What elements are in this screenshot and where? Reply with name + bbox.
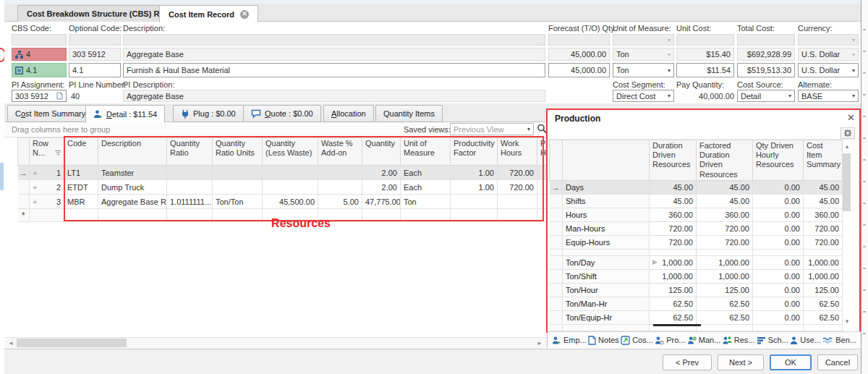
production-value-cell[interactable]: 62.50 <box>650 310 697 324</box>
col-productivity-factor[interactable]: Productivity Factor <box>451 138 498 166</box>
production-value-cell[interactable]: 0.00 <box>753 235 804 249</box>
detail-grid-cell[interactable]: 720.00 <box>498 180 537 195</box>
production-value-cell[interactable]: 45.00 <box>650 194 697 208</box>
col-unit-of-measure[interactable]: Unit of Measure <box>401 138 451 166</box>
detail-grid-cell[interactable] <box>213 180 263 195</box>
detail-grid-cell[interactable]: Ton <box>401 195 451 209</box>
row-expander-icon[interactable]: + <box>33 169 37 177</box>
production-value-cell[interactable]: 1,000.00 <box>650 269 697 283</box>
production-row[interactable]: Ton/Shift1,000.001,000.000.001,000.00 <box>550 269 843 283</box>
tab-schedule[interactable]: Sch... <box>757 336 788 344</box>
production-value-cell[interactable] <box>804 249 843 255</box>
production-value-cell[interactable]: 1,000.00 <box>697 269 753 283</box>
scroll-right-icon[interactable]: ▸ <box>535 339 544 348</box>
production-row[interactable]: Man-Hours720.00720.000.00720.00 <box>550 221 843 235</box>
tab-detail[interactable]: Detail : $11.54 <box>85 105 165 123</box>
production-value-cell[interactable]: 45.00 <box>697 180 753 194</box>
production-value-cell[interactable]: 62.50 <box>697 310 753 324</box>
production-value-cell[interactable]: 0.00 <box>753 255 804 269</box>
detail-grid-cell[interactable] <box>64 209 98 222</box>
production-value-cell[interactable]: 62.50 <box>804 297 843 310</box>
production-value-cell[interactable]: 360.00 <box>650 208 697 221</box>
prev-button[interactable]: < Prev <box>663 354 712 370</box>
col-row-number[interactable]: Row N... <box>30 138 64 166</box>
production-value-cell[interactable] <box>697 249 753 255</box>
production-value-cell[interactable]: 45.00 <box>804 194 843 208</box>
production-value-cell[interactable] <box>753 249 804 255</box>
row-expander-icon[interactable]: + <box>33 197 37 206</box>
next-button[interactable]: Next > <box>718 354 764 370</box>
tab-cost[interactable]: Cos... <box>621 336 653 345</box>
production-value-cell[interactable]: 720.00 <box>804 235 843 249</box>
production-value-cell[interactable]: 125.00 <box>650 283 697 297</box>
detail-grid-cell[interactable]: 720.00 <box>498 166 537 180</box>
detail-grid-cell[interactable]: 1.00 <box>451 180 498 195</box>
detail-grid-row[interactable]: →+1LT1Teamster2.00Each1.00720.00 <box>18 166 549 180</box>
tab-allocation[interactable]: Allocation <box>323 105 374 122</box>
production-value-cell[interactable]: 720.00 <box>650 221 697 235</box>
child-unit-cost-field[interactable]: $11.54 <box>676 63 734 77</box>
production-value-cell[interactable] <box>650 249 697 255</box>
production-value-cell[interactable]: 0.00 <box>753 283 804 297</box>
vscroll-thumb[interactable] <box>843 153 851 211</box>
production-value-cell[interactable]: 62.50 <box>697 297 753 310</box>
production-value-cell[interactable] <box>804 324 843 331</box>
production-value-cell[interactable]: 62.50 <box>804 310 843 324</box>
detail-grid-cell[interactable] <box>98 209 167 222</box>
tab-quote[interactable]: Quote : $0.00 <box>243 105 321 122</box>
child-uom-dropdown[interactable]: Ton▾ <box>613 63 674 77</box>
detail-grid-cell[interactable]: 2.00 <box>362 180 401 195</box>
close-panel-icon[interactable]: ✕ <box>847 112 855 123</box>
row-number-cell[interactable]: +1 <box>30 166 64 180</box>
detail-grid-row[interactable]: +3MBRAggregate Base Rock1.0111111...Ton/… <box>18 195 549 209</box>
row-number-cell[interactable]: +3 <box>30 195 64 209</box>
col-quantity-ratio[interactable]: Quantity Ratio <box>167 138 213 166</box>
production-value-cell[interactable]: 0.00 <box>753 194 804 208</box>
tab-benchmark[interactable]: Ben... <box>822 336 856 344</box>
col-work-hours[interactable]: Work Hours <box>498 138 537 166</box>
tab-quantity-items[interactable]: Quantity Items <box>375 105 443 122</box>
detail-grid-hscrollbar[interactable]: ◂ ▸ <box>5 337 547 349</box>
production-value-cell[interactable]: 62.50 <box>650 297 697 310</box>
tab-production[interactable]: Pro... <box>655 336 685 345</box>
detail-grid-cell[interactable] <box>167 209 213 222</box>
detail-grid-cell[interactable] <box>167 180 213 195</box>
detail-grid-cell[interactable]: Each <box>401 166 451 180</box>
child-currency-dropdown[interactable]: U.S. Dollar▾ <box>798 63 859 77</box>
detail-grid-cell[interactable]: LT1 <box>64 166 98 180</box>
child-forecast-qty-input[interactable]: 45,000.00 <box>548 63 610 77</box>
child-total-cost-field[interactable]: $519,513.30 <box>737 63 795 77</box>
detail-grid-cell[interactable]: 47,775.00 <box>362 195 401 209</box>
production-value-cell[interactable]: 125.00 <box>804 283 843 297</box>
tab-manage[interactable]: Man... <box>687 336 721 345</box>
search-icon[interactable] <box>537 123 547 135</box>
production-value-cell[interactable]: 1,000.00 <box>804 255 843 269</box>
col-code[interactable]: Code <box>64 138 98 166</box>
production-value-cell[interactable]: 360.00 <box>804 208 843 221</box>
detail-grid-cell[interactable] <box>213 166 263 180</box>
scroll-up-icon[interactable]: ▴ <box>843 142 851 151</box>
detail-grid-cell[interactable]: Each <box>401 180 451 195</box>
col-factored-duration[interactable]: Factored Duration Driven Resources <box>697 140 753 181</box>
detail-grid-row[interactable]: +2ETDTDump Truck2.00Each1.00720.00 <box>18 180 549 195</box>
tab-user[interactable]: Use... <box>790 336 821 345</box>
tab-cost-item-summary[interactable]: Cost Item Summary <box>7 105 93 122</box>
production-row[interactable]: →Days45.0045.000.0045.00 <box>550 180 843 194</box>
production-row[interactable]: Ton/Day▶1,000.001,000.000.001,000.00 <box>550 255 843 269</box>
col-cost-item-summary[interactable]: Cost Item Summary <box>804 140 843 181</box>
production-hscroll-thumb[interactable] <box>653 324 701 326</box>
production-value-cell[interactable]: 720.00 <box>697 221 753 235</box>
group-by-bar[interactable]: Drag columns here to group Saved views: … <box>4 122 548 137</box>
production-row[interactable]: Ton/Man-Hr62.5062.500.0062.50 <box>550 297 843 310</box>
tab-cost-item-record[interactable]: Cost Item Record ✕ <box>159 5 258 22</box>
col-duration-driven[interactable]: Duration Driven Resources <box>650 140 697 181</box>
ok-button[interactable]: OK <box>770 354 812 370</box>
production-value-cell[interactable]: ▶1,000.00 <box>650 255 697 269</box>
row-expander-icon[interactable]: + <box>33 183 37 192</box>
row-number-cell[interactable] <box>30 209 64 222</box>
detail-grid-cell[interactable] <box>318 166 362 180</box>
detail-grid-cell[interactable] <box>401 209 451 222</box>
production-row[interactable]: Hours360.00360.000.00360.00 <box>550 208 843 221</box>
detail-grid-cell[interactable]: 45,500.00 <box>263 195 318 209</box>
detail-grid-cell[interactable] <box>167 166 213 180</box>
